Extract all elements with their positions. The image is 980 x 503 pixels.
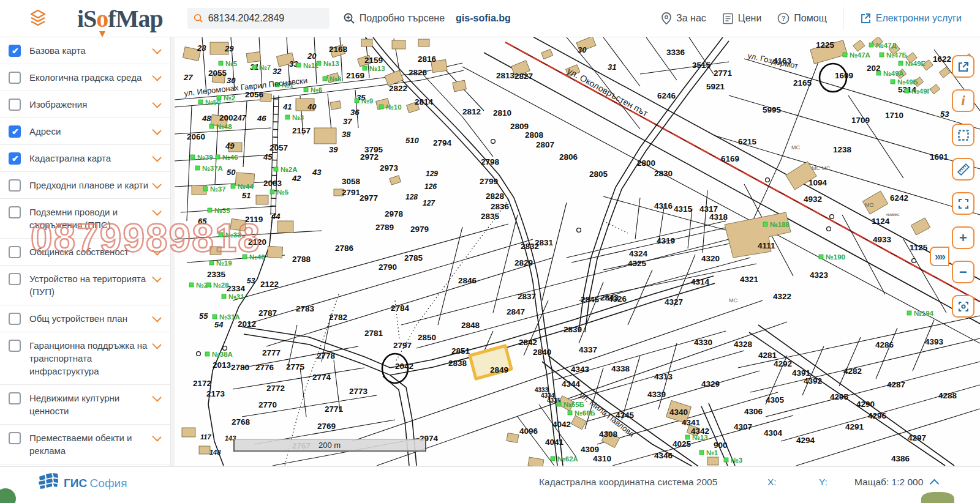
svg-text:№47Д: №47Д bbox=[876, 42, 897, 49]
fullscreen-button[interactable] bbox=[952, 192, 974, 215]
double-chevron-icon: »» bbox=[935, 250, 944, 263]
svg-text:№19: №19 bbox=[216, 259, 232, 267]
svg-text:2822: 2822 bbox=[389, 84, 407, 93]
svg-text:2828: 2828 bbox=[486, 192, 505, 201]
layer-checkbox[interactable] bbox=[9, 392, 21, 404]
sidebar-layer-item-10[interactable]: Общ устройствен план bbox=[0, 305, 170, 332]
svg-text:№39: №39 bbox=[197, 154, 213, 161]
gis-sofia-logo[interactable]: ГИС София bbox=[32, 471, 127, 496]
svg-text:№40: №40 bbox=[249, 253, 265, 261]
layer-checkbox[interactable] bbox=[9, 179, 21, 192]
chevron-down-icon[interactable] bbox=[152, 99, 162, 108]
chevron-up-icon[interactable] bbox=[930, 479, 940, 489]
gis-sofia-link[interactable]: gis-sofia.bg bbox=[456, 13, 511, 24]
svg-text:1709: 1709 bbox=[851, 116, 870, 125]
svg-text:№5: №5 bbox=[277, 188, 289, 196]
svg-text:№49Б: №49Б bbox=[897, 78, 918, 86]
svg-text:2770: 2770 bbox=[258, 400, 277, 409]
sidebar-layer-item-13[interactable]: Преместваеми обекти и реклама bbox=[0, 425, 170, 464]
open-external-button[interactable] bbox=[952, 55, 974, 78]
sidebar-layer-item-4[interactable]: Адреси bbox=[0, 118, 170, 145]
chevron-down-icon[interactable] bbox=[152, 125, 162, 135]
info-icon: i bbox=[961, 92, 965, 109]
svg-text:2847: 2847 bbox=[507, 307, 525, 316]
layer-checkbox[interactable] bbox=[9, 152, 21, 165]
sidebar-layer-item-7[interactable]: Подземни проводи и съоръжения (ППС) bbox=[0, 199, 170, 239]
zoom-in-button[interactable]: + bbox=[952, 226, 974, 249]
sidebar-layer-item-11[interactable]: Гаранционна поддръжка на транспортната и… bbox=[0, 332, 170, 385]
chevron-down-icon[interactable] bbox=[152, 206, 162, 216]
layer-checkbox[interactable] bbox=[9, 273, 21, 285]
expand-panel-button[interactable]: »» bbox=[930, 247, 949, 266]
chevron-down-icon[interactable] bbox=[152, 45, 162, 54]
svg-text:4309: 4309 bbox=[581, 445, 599, 454]
zoom-out-button[interactable]: − bbox=[952, 261, 974, 283]
svg-text:43: 43 bbox=[312, 168, 322, 177]
svg-text:2335: 2335 bbox=[207, 270, 226, 279]
chevron-down-icon[interactable] bbox=[152, 313, 162, 322]
svg-text:№13: №13 bbox=[323, 60, 339, 67]
about-link[interactable]: За нас bbox=[661, 12, 706, 24]
svg-text:2774: 2774 bbox=[312, 373, 331, 382]
layer-checkbox[interactable] bbox=[9, 125, 21, 138]
eservices-link[interactable]: Електронни услуги bbox=[859, 12, 962, 24]
isofmap-logo[interactable]: iSofMap bbox=[77, 4, 163, 33]
search-icon bbox=[194, 13, 203, 24]
sidebar-layer-item-1[interactable]: Базова карта bbox=[0, 37, 170, 64]
sidebar-layer-item-5[interactable]: Кадастрална карта bbox=[0, 145, 170, 172]
svg-text:МС МС: МС МС bbox=[812, 165, 831, 171]
svg-text:55: 55 bbox=[199, 311, 208, 321]
chevron-down-icon[interactable] bbox=[152, 273, 162, 283]
layer-checkbox[interactable] bbox=[9, 206, 21, 218]
layer-checkbox[interactable] bbox=[9, 313, 21, 325]
sidebar-layer-item-9[interactable]: Устройство на територията (ПУП) bbox=[0, 266, 170, 305]
sidebar-layer-item-8[interactable]: Общинска собственост bbox=[0, 239, 170, 266]
sidebar-layer-item-12[interactable]: Недвижими културни ценности bbox=[0, 385, 170, 425]
svg-text:48: 48 bbox=[202, 114, 211, 123]
svg-text:2814: 2814 bbox=[415, 97, 434, 106]
svg-text:2838: 2838 bbox=[448, 359, 467, 368]
svg-text:51: 51 bbox=[242, 191, 251, 200]
svg-text:1601: 1601 bbox=[930, 152, 949, 162]
chevron-down-icon[interactable] bbox=[152, 340, 162, 349]
prices-link[interactable]: Цени bbox=[722, 13, 762, 24]
layer-checkbox[interactable] bbox=[9, 45, 21, 57]
svg-text:2837: 2837 bbox=[518, 292, 536, 301]
svg-text:2851: 2851 bbox=[451, 346, 470, 356]
sidebar-scrollbar[interactable] bbox=[170, 37, 175, 466]
info-button[interactable]: i bbox=[952, 89, 974, 112]
layer-label: Предходни планове и карти bbox=[29, 179, 148, 192]
svg-text:2849: 2849 bbox=[490, 365, 508, 374]
select-area-button[interactable] bbox=[952, 124, 974, 146]
layer-label: Общинска собственост bbox=[29, 245, 148, 258]
chevron-down-icon[interactable] bbox=[152, 179, 162, 189]
svg-text:4287: 4287 bbox=[887, 380, 905, 389]
chevron-down-icon[interactable] bbox=[152, 152, 162, 162]
layer-checkbox[interactable] bbox=[9, 99, 21, 111]
chevron-down-icon[interactable] bbox=[152, 246, 162, 256]
locate-button[interactable] bbox=[952, 295, 974, 318]
layer-checkbox[interactable] bbox=[9, 432, 21, 444]
svg-text:№3: №3 bbox=[292, 114, 304, 121]
svg-text:№28: №28 bbox=[213, 281, 229, 289]
search-box[interactable] bbox=[187, 8, 330, 29]
sidebar-layer-item-3[interactable]: Изображения bbox=[0, 91, 170, 118]
layer-checkbox[interactable] bbox=[9, 246, 21, 258]
search-input[interactable] bbox=[208, 13, 323, 24]
chevron-down-icon[interactable] bbox=[152, 432, 162, 442]
sidebar-layer-item-2[interactable]: Екологична градска среда bbox=[0, 64, 170, 91]
layers-menu-button[interactable] bbox=[24, 6, 51, 31]
svg-text:2042: 2042 bbox=[395, 362, 413, 371]
svg-text:4308: 4308 bbox=[599, 430, 618, 439]
layer-checkbox[interactable] bbox=[9, 72, 21, 84]
help-link[interactable]: ? Помощ bbox=[777, 12, 826, 24]
svg-text:2808: 2808 bbox=[525, 130, 544, 140]
measure-button[interactable] bbox=[952, 158, 974, 181]
detailed-search-link[interactable]: Подробно търсене bbox=[343, 12, 445, 24]
sidebar-layer-item-6[interactable]: Предходни планове и карти bbox=[0, 172, 170, 199]
svg-text:?: ? bbox=[782, 15, 786, 22]
map-canvas[interactable]: 2829216820215928162826281328272055273031… bbox=[175, 37, 980, 466]
chevron-down-icon[interactable] bbox=[152, 72, 162, 81]
chevron-down-icon[interactable] bbox=[152, 392, 162, 402]
layer-checkbox[interactable] bbox=[9, 340, 21, 352]
